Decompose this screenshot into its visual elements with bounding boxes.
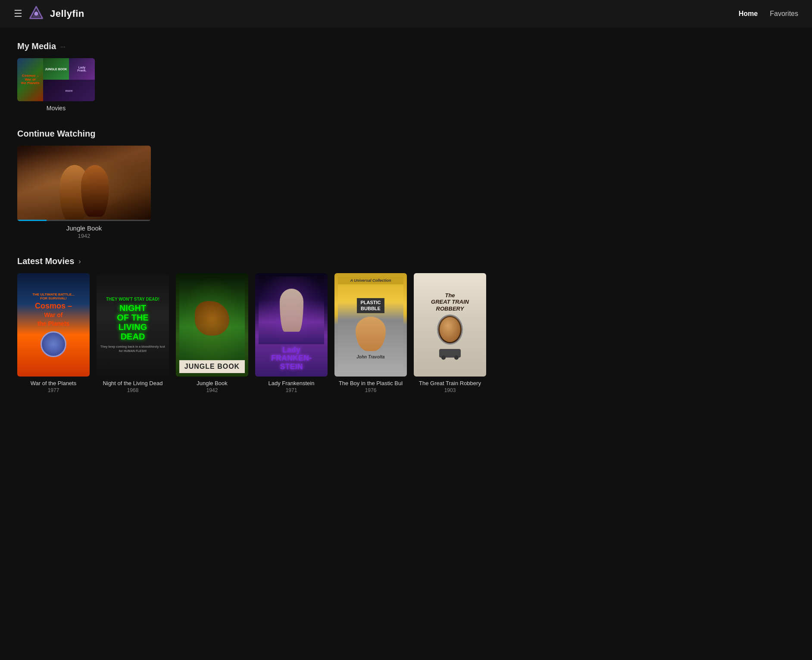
movie-title-train: The Great Train Robbery xyxy=(419,380,481,386)
progress-bar-fill xyxy=(17,220,47,221)
progress-bar-container xyxy=(17,220,151,221)
continue-watching-section: Continue Watching Jungle Book 1942 xyxy=(17,129,795,239)
my-media-header: My Media ··· xyxy=(17,41,795,51)
movie-title-lady: Lady Frankenstein xyxy=(269,380,315,386)
continue-watching-title: Continue Watching xyxy=(17,129,95,139)
my-media-title: My Media xyxy=(17,41,56,51)
collage-lady: LadyFrank. xyxy=(69,58,95,80)
navbar: ☰ Jellyfin Home Favorites xyxy=(0,0,812,28)
movie-card-night[interactable]: THEY WON'T STAY DEAD! NIGHTOF THELIVINGD… xyxy=(97,273,169,393)
movie-card-train[interactable]: TheGREAT TRAINROBBERY xyxy=(414,273,486,393)
continue-title: Jungle Book xyxy=(66,224,102,232)
movie-title-bubble: The Boy in the Plastic Bul xyxy=(339,380,403,386)
continue-jungle-book[interactable]: Jungle Book 1942 xyxy=(17,146,151,239)
movie-year-bubble: 1976 xyxy=(365,387,377,393)
backdrop-figures xyxy=(17,146,151,221)
hamburger-icon[interactable]: ☰ xyxy=(14,8,22,19)
folder-collage: Cosmos –War ofthe Planets JUNGLE BOOK La… xyxy=(17,58,95,101)
movie-poster-bubble: A Universal Collection PLASTICBUBBLE Joh… xyxy=(334,273,407,377)
movies-folder-label: Movies xyxy=(47,105,66,112)
collage-bottom: more xyxy=(43,80,95,101)
movie-year-night: 1968 xyxy=(127,387,139,393)
movie-card-bubble[interactable]: A Universal Collection PLASTICBUBBLE Joh… xyxy=(334,273,407,393)
latest-movies-title: Latest Movies xyxy=(17,256,74,266)
nav-home[interactable]: Home xyxy=(739,10,758,18)
movie-poster-train: TheGREAT TRAINROBBERY xyxy=(414,273,486,377)
latest-movies-arrow[interactable]: › xyxy=(78,258,81,265)
movies-folder-thumb: Cosmos –War ofthe Planets JUNGLE BOOK La… xyxy=(17,58,95,101)
movie-poster-night: THEY WON'T STAY DEAD! NIGHTOF THELIVINGD… xyxy=(97,273,169,377)
movie-title-cosmos: War of the Planets xyxy=(31,380,76,386)
my-media-more[interactable]: ··· xyxy=(60,43,66,50)
continue-year: 1942 xyxy=(78,233,91,239)
movie-year-jungle: 1942 xyxy=(206,387,218,393)
nav-favorites[interactable]: Favorites xyxy=(770,10,798,18)
nav-right: Home Favorites xyxy=(739,10,798,18)
movie-title-jungle: Jungle Book xyxy=(197,380,228,386)
movie-poster-lady: LadyFRANKEN-STEIN xyxy=(255,273,328,377)
movie-year-cosmos: 1977 xyxy=(48,387,59,393)
movie-year-train: 1903 xyxy=(444,387,456,393)
nav-left: ☰ Jellyfin xyxy=(14,5,84,22)
movie-poster-jungle: JUNGLE BOOK xyxy=(176,273,248,377)
latest-movies-header: Latest Movies › xyxy=(17,256,795,266)
app-title: Jellyfin xyxy=(50,8,84,19)
jellyfin-logo-icon xyxy=(28,5,44,22)
collage-cosmos: Cosmos –War ofthe Planets xyxy=(17,58,43,101)
my-media-section: My Media ··· Cosmos –War ofthe Planets J… xyxy=(17,41,795,112)
continue-watching-header: Continue Watching xyxy=(17,129,795,139)
movie-card-jungle[interactable]: JUNGLE BOOK Jungle Book 1942 xyxy=(176,273,248,393)
movie-poster-cosmos: THE ULTIMATE BATTLE...FOR SURVIVAL! Cosm… xyxy=(17,273,90,377)
collage-jungle: JUNGLE BOOK xyxy=(43,58,69,80)
movie-card-lady[interactable]: LadyFRANKEN-STEIN Lady Frankenstein 1971 xyxy=(255,273,328,393)
jungle-book-backdrop xyxy=(17,146,151,221)
movies-grid: THE ULTIMATE BATTLE...FOR SURVIVAL! Cosm… xyxy=(17,273,795,397)
movie-year-lady: 1971 xyxy=(286,387,297,393)
continue-thumb xyxy=(17,146,151,221)
svg-point-2 xyxy=(34,12,38,16)
latest-movies-section: Latest Movies › THE ULTIMATE BATTLE...FO… xyxy=(17,256,795,397)
movie-title-night: Night of the Living Dead xyxy=(103,380,163,386)
movie-card-cosmos[interactable]: THE ULTIMATE BATTLE...FOR SURVIVAL! Cosm… xyxy=(17,273,90,393)
movies-folder[interactable]: Cosmos –War ofthe Planets JUNGLE BOOK La… xyxy=(17,58,95,112)
